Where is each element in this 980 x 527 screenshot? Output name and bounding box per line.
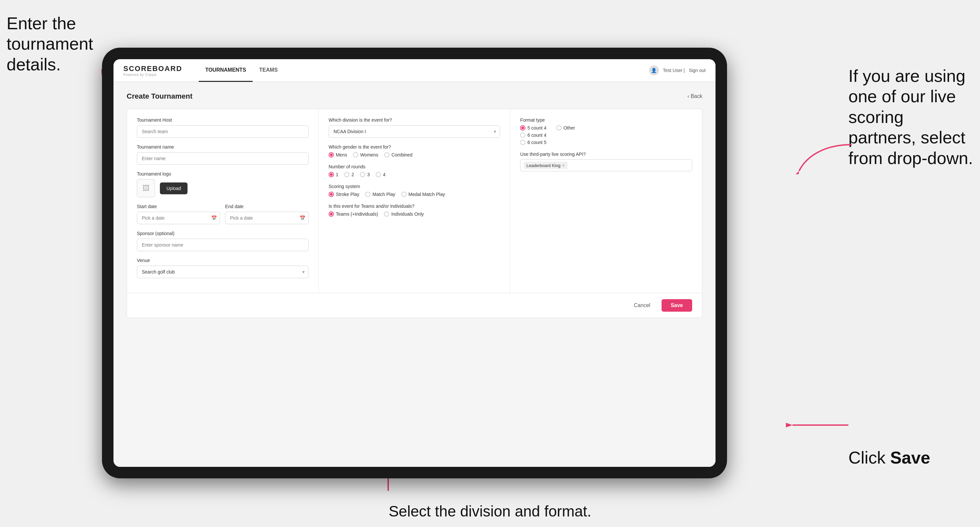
teams-teams-radio xyxy=(329,211,334,217)
gender-group: Which gender is the event for? Mens Wome… xyxy=(329,144,500,157)
format-5count4-label: 5 count 4 xyxy=(527,125,546,130)
teams-radio-group: Teams (+Individuals) Individuals Only xyxy=(329,211,500,217)
gender-combined[interactable]: Combined xyxy=(384,152,412,157)
scoring-label: Scoring system xyxy=(329,184,500,189)
form-footer: Cancel Save xyxy=(127,293,702,317)
tournament-logo-group: Tournament logo 🖼 Upload xyxy=(137,171,309,197)
sign-out-link[interactable]: Sign out xyxy=(689,68,706,73)
venue-select-wrapper: Search golf club xyxy=(137,266,309,278)
dates-group: Start date 📅 End date xyxy=(137,204,309,224)
gender-womens[interactable]: Womens xyxy=(353,152,378,157)
rounds-2-radio xyxy=(344,172,349,177)
navbar-right: 👤 Test User | Sign out xyxy=(649,65,706,75)
rounds-2-label: 2 xyxy=(352,172,354,177)
scoring-radio-group: Stroke Play Match Play Medal Match Play xyxy=(329,192,500,197)
rounds-1-label: 1 xyxy=(336,172,339,177)
live-scoring-tag-text: Leaderboard King xyxy=(527,163,560,168)
end-date-input[interactable] xyxy=(225,212,308,224)
format-6count4[interactable]: 6 count 4 xyxy=(520,132,546,138)
tournament-host-group: Tournament Host xyxy=(137,117,309,138)
gender-combined-label: Combined xyxy=(391,152,412,157)
gender-womens-radio xyxy=(353,152,358,157)
live-scoring-tag: Leaderboard King × xyxy=(524,162,568,169)
page-title: Create Tournament xyxy=(127,92,192,101)
live-scoring-label: Use third-party live scoring API? xyxy=(520,152,692,157)
format-label: Format type xyxy=(520,117,692,123)
format-6count4-radio xyxy=(520,132,525,138)
scoring-match-radio xyxy=(365,192,371,197)
venue-group: Venue Search golf club xyxy=(137,258,309,278)
gender-label: Which gender is the event for? xyxy=(329,144,500,149)
save-button[interactable]: Save xyxy=(662,299,692,312)
form-body: Tournament Host Tournament name Tourname… xyxy=(127,109,702,293)
start-date-input[interactable] xyxy=(137,212,220,224)
rounds-4-label: 4 xyxy=(383,172,385,177)
format-6count4-label: 6 count 4 xyxy=(527,132,546,138)
sponsor-input[interactable] xyxy=(137,239,309,251)
brand-title: SCOREBOARD xyxy=(123,64,182,73)
format-6count5-label: 6 count 5 xyxy=(527,140,546,145)
gender-womens-label: Womens xyxy=(360,152,378,157)
division-select[interactable]: NCAA Division I xyxy=(329,125,500,138)
start-date-wrapper: 📅 xyxy=(137,212,220,224)
format-5count4[interactable]: 5 count 4 xyxy=(520,125,546,130)
scoring-medal-label: Medal Match Play xyxy=(409,192,445,197)
teams-individuals-label: Individuals Only xyxy=(391,211,424,217)
nav-tournaments[interactable]: TOURNAMENTS xyxy=(199,59,253,82)
tournament-name-input[interactable] xyxy=(137,152,309,165)
gender-radio-group: Mens Womens Combined xyxy=(329,152,500,157)
format-other[interactable]: Other xyxy=(556,125,575,130)
nav-links: TOURNAMENTS TEAMS xyxy=(199,59,649,82)
main-content: Create Tournament ‹ Back Tournament Host… xyxy=(113,82,716,467)
annotation-bottom-center: Select the division and format. xyxy=(375,502,605,521)
gender-mens-radio xyxy=(329,152,334,157)
venue-select[interactable]: Search golf club xyxy=(137,266,309,278)
gender-mens-label: Mens xyxy=(336,152,347,157)
scoring-match[interactable]: Match Play xyxy=(365,192,395,197)
venue-label: Venue xyxy=(137,258,309,263)
cancel-button[interactable]: Cancel xyxy=(627,299,658,312)
scoring-match-label: Match Play xyxy=(372,192,395,197)
nav-teams[interactable]: TEAMS xyxy=(253,59,284,82)
sponsor-label: Sponsor (optional) xyxy=(137,231,309,236)
teams-group: Is this event for Teams and/or Individua… xyxy=(329,203,500,217)
rounds-1-radio xyxy=(329,172,334,177)
scoring-stroke[interactable]: Stroke Play xyxy=(329,192,360,197)
annotation-bottom-right: Click Save xyxy=(848,448,974,468)
live-scoring-tag-close[interactable]: × xyxy=(562,163,565,168)
annotation-top-right: If you are using one of our live scoring… xyxy=(848,66,974,168)
live-scoring-input-wrapper[interactable]: Leaderboard King × xyxy=(520,159,692,171)
form-card: Tournament Host Tournament name Tourname… xyxy=(127,109,702,318)
scoring-medal[interactable]: Medal Match Play xyxy=(401,192,445,197)
gender-combined-radio xyxy=(384,152,390,157)
start-calendar-icon: 📅 xyxy=(211,215,217,221)
scoring-stroke-radio xyxy=(329,192,334,197)
rounds-3[interactable]: 3 xyxy=(360,172,370,177)
end-date-group: End date 📅 xyxy=(225,204,308,224)
right-column: Format type 5 count 4 Other xyxy=(510,109,702,293)
format-group: Format type 5 count 4 Other xyxy=(520,117,692,145)
upload-button[interactable]: Upload xyxy=(160,183,188,194)
page-header: Create Tournament ‹ Back xyxy=(127,92,702,101)
live-scoring-input[interactable] xyxy=(570,163,689,168)
rounds-4[interactable]: 4 xyxy=(376,172,385,177)
end-date-label: End date xyxy=(225,204,308,209)
date-row: Start date 📅 End date xyxy=(137,204,309,224)
navbar: SCOREBOARD Powered by Clippd TOURNAMENTS… xyxy=(113,59,716,82)
tournament-name-group: Tournament name xyxy=(137,144,309,165)
tournament-host-label: Tournament Host xyxy=(137,117,309,123)
tablet-frame: SCOREBOARD Powered by Clippd TOURNAMENTS… xyxy=(102,48,727,478)
rounds-1[interactable]: 1 xyxy=(329,172,339,177)
tablet-screen: SCOREBOARD Powered by Clippd TOURNAMENTS… xyxy=(113,59,716,467)
back-link[interactable]: ‹ Back xyxy=(687,94,702,99)
rounds-group: Number of rounds 1 2 xyxy=(329,164,500,177)
teams-teams[interactable]: Teams (+Individuals) xyxy=(329,211,378,217)
tournament-name-label: Tournament name xyxy=(137,144,309,149)
teams-individuals[interactable]: Individuals Only xyxy=(384,211,424,217)
tournament-host-input[interactable] xyxy=(137,125,309,138)
rounds-label: Number of rounds xyxy=(329,164,500,169)
format-6count5[interactable]: 6 count 5 xyxy=(520,140,546,145)
gender-mens[interactable]: Mens xyxy=(329,152,347,157)
annotation-top-left: Enter the tournament details. xyxy=(6,13,99,75)
rounds-2[interactable]: 2 xyxy=(344,172,354,177)
